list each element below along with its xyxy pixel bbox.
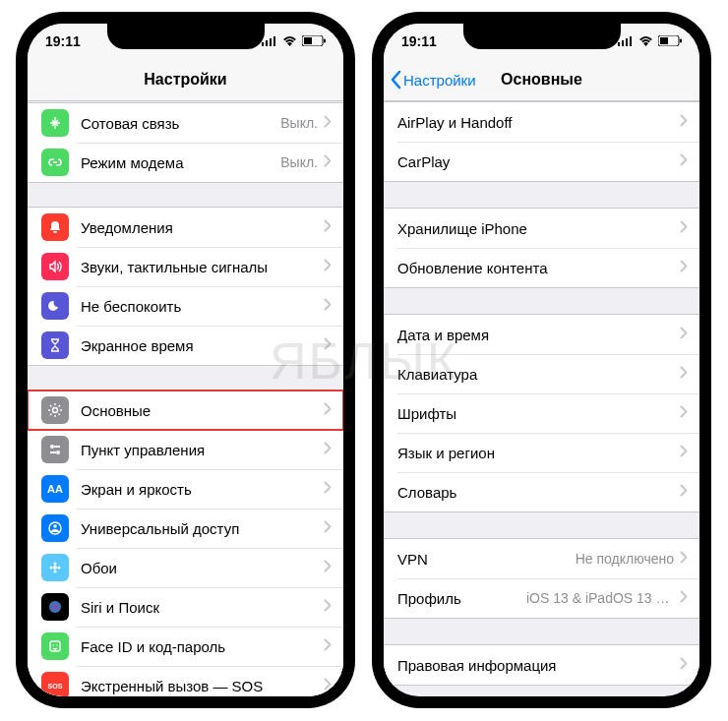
row-label: Обои <box>81 560 324 576</box>
row-accessibility[interactable]: Универсальный доступ <box>28 509 343 548</box>
row-value: Выкл. <box>280 154 318 170</box>
chevron-right-icon <box>324 441 332 458</box>
row-label: Дата и время <box>397 327 680 343</box>
battery-icon <box>658 33 682 49</box>
row-label: Клавиатура <box>397 366 680 383</box>
signal-icon <box>262 33 277 49</box>
row-hotspot[interactable]: Режим модемаВыкл. <box>28 143 343 182</box>
notch <box>463 24 621 49</box>
svg-rect-28 <box>618 42 620 46</box>
navbar: Настройки Основные <box>384 59 699 101</box>
phone-frame-right: 19:11 Настройки Основные AirPlay и Hando… <box>372 12 711 708</box>
row-label: VPN <box>397 551 576 568</box>
chevron-right-icon <box>680 326 688 343</box>
row-general[interactable]: Основные <box>28 391 343 430</box>
row-storage[interactable]: Хранилище iPhone <box>384 209 699 248</box>
row-airplay[interactable]: AirPlay и Handoff <box>384 102 699 142</box>
svg-point-18 <box>50 567 53 570</box>
chevron-right-icon <box>680 483 688 501</box>
svg-rect-33 <box>660 37 668 44</box>
row-label: Уведомления <box>81 219 324 236</box>
back-button[interactable]: Настройки <box>384 70 476 90</box>
flower-icon <box>41 554 69 581</box>
svg-point-17 <box>54 571 57 573</box>
row-carplay[interactable]: CarPlay <box>384 142 699 181</box>
svg-rect-6 <box>324 39 326 43</box>
svg-point-23 <box>56 644 58 646</box>
status-time: 19:11 <box>45 33 81 49</box>
chevron-right-icon <box>680 219 688 237</box>
row-label: Режим модема <box>81 154 280 171</box>
chevron-right-icon <box>680 656 688 674</box>
chevron-right-icon <box>324 297 332 315</box>
row-wallpaper[interactable]: Обои <box>28 548 343 587</box>
svg-rect-30 <box>626 38 628 46</box>
chevron-right-icon <box>680 444 688 461</box>
svg-rect-29 <box>622 40 624 46</box>
chevron-right-icon <box>680 113 688 131</box>
chevron-right-icon <box>324 519 332 537</box>
row-sos[interactable]: SOSЭкстренный вызов — SOS <box>28 666 343 696</box>
svg-point-10 <box>56 451 60 454</box>
row-label: Экстренный вызов — SOS <box>81 678 324 694</box>
svg-point-8 <box>50 445 54 449</box>
row-dnd[interactable]: Не беспокоить <box>28 286 343 326</box>
svg-rect-34 <box>680 39 682 43</box>
wifi-icon <box>282 33 297 49</box>
row-control-center[interactable]: Пункт управления <box>28 430 343 469</box>
row-value: Не подключено <box>576 551 674 567</box>
row-cellular[interactable]: Сотовая связьВыкл. <box>28 103 343 143</box>
row-label: Основные <box>81 402 324 419</box>
row-label: Не беспокоить <box>81 298 324 315</box>
chevron-right-icon <box>324 598 332 616</box>
chevron-right-icon <box>324 559 332 576</box>
svg-point-13 <box>49 522 61 534</box>
row-keyboard[interactable]: Клавиатура <box>384 354 699 393</box>
chevron-right-icon <box>324 153 332 171</box>
row-value: iOS 13 & iPadOS 13 Beta Software... <box>526 590 674 606</box>
chevron-right-icon <box>680 404 688 422</box>
svg-rect-0 <box>262 42 264 46</box>
phone-frame-left: 19:11 Настройки Сотовая связьВыкл.Режим … <box>16 12 355 708</box>
row-screentime[interactable]: Экранное время <box>28 326 343 365</box>
svg-point-19 <box>58 567 61 570</box>
switches-icon <box>41 436 69 463</box>
row-label: Профиль <box>397 590 526 607</box>
row-notifications[interactable]: Уведомления <box>28 208 343 247</box>
row-siri[interactable]: Siri и Поиск <box>28 587 343 627</box>
row-profile[interactable]: ПрофильiOS 13 & iPadOS 13 Beta Software.… <box>384 578 699 618</box>
status-time: 19:11 <box>401 33 437 49</box>
signal-icon <box>618 33 634 49</box>
row-value: Выкл. <box>280 115 318 131</box>
row-faceid[interactable]: Face ID и код-пароль <box>28 627 343 666</box>
chevron-right-icon <box>324 401 332 419</box>
svg-rect-31 <box>630 36 632 46</box>
svg-point-7 <box>53 408 58 413</box>
row-label: Экран и яркость <box>81 481 324 498</box>
back-label: Настройки <box>403 72 476 89</box>
row-language-region[interactable]: Язык и регион <box>384 433 699 472</box>
row-fonts[interactable]: Шрифты <box>384 393 699 433</box>
row-background-refresh[interactable]: Обновление контента <box>384 248 699 287</box>
row-label: Пункт управления <box>81 442 324 458</box>
svg-point-15 <box>53 566 57 570</box>
row-label: Шрифты <box>397 405 680 422</box>
row-label: Face ID и код-пароль <box>81 638 324 655</box>
row-legal[interactable]: Правовая информация <box>384 645 699 685</box>
chevron-right-icon <box>324 258 332 275</box>
svg-text:SOS: SOS <box>48 683 63 690</box>
row-dictionary[interactable]: Словарь <box>384 472 699 511</box>
siri-icon <box>41 593 69 621</box>
row-label: Правовая информация <box>397 657 680 674</box>
link-icon <box>41 149 69 176</box>
svg-rect-11 <box>50 451 56 453</box>
notch <box>107 24 265 49</box>
svg-text:AA: AA <box>47 483 63 495</box>
row-label: AirPlay и Handoff <box>397 114 680 131</box>
row-display[interactable]: AAЭкран и яркость <box>28 469 343 509</box>
svg-rect-9 <box>54 446 60 448</box>
chevron-right-icon <box>324 480 332 498</box>
row-vpn[interactable]: VPNНе подключено <box>384 539 699 578</box>
row-sounds[interactable]: Звуки, тактильные сигналы <box>28 247 343 286</box>
row-date-time[interactable]: Дата и время <box>384 315 699 354</box>
